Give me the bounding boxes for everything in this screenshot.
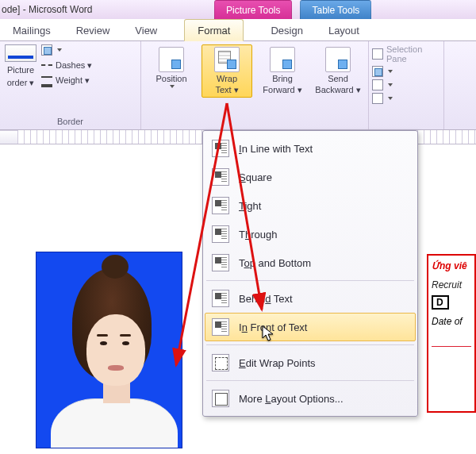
menu-item-square[interactable]: Square <box>205 163 416 191</box>
color-swatch-icon <box>41 44 52 56</box>
edit-wrap-label: Edit Wrap Points <box>239 357 316 369</box>
photo-eye-shape <box>100 341 107 345</box>
group-label-border: Border <box>0 115 140 129</box>
tab-view[interactable]: View <box>122 20 170 40</box>
chevron-down-icon <box>388 83 393 87</box>
border-color-dropdown[interactable] <box>41 44 92 56</box>
inserted-photo[interactable] <box>36 252 182 448</box>
edit-wrap-icon <box>212 354 229 371</box>
form-recruit-label: Recruit <box>432 279 471 290</box>
through-label: Through <box>239 229 277 240</box>
more-layout-icon <box>212 390 229 407</box>
tight-label: Tight <box>239 200 261 212</box>
weight-dropdown[interactable]: Weight ▾ <box>41 75 92 86</box>
weight-label: Weight ▾ <box>56 75 90 86</box>
wrap-text-label-2: Text ▾ <box>215 85 238 95</box>
menu-separator <box>206 344 414 345</box>
behind-label: Behind Text <box>239 293 293 305</box>
tab-format[interactable]: Format <box>184 19 244 41</box>
dashes-dropdown[interactable]: Dashes ▾ <box>41 60 92 71</box>
menu-item-in-front[interactable]: In Front of Text <box>205 313 416 341</box>
photo-shirt-shape <box>51 398 178 448</box>
dashes-label: Dashes ▾ <box>56 60 92 71</box>
menu-item-edit-wrap-points[interactable]: Edit Wrap Points <box>205 348 416 377</box>
group-icon <box>372 79 383 90</box>
picture-border-button[interactable]: Picture <box>7 65 34 75</box>
position-button[interactable]: Position <box>146 44 197 90</box>
chevron-down-icon <box>388 97 393 100</box>
group-spacer-2 <box>369 115 443 129</box>
photo-bun-shape <box>102 255 129 279</box>
menu-item-inline[interactable]: In Line with Text <box>205 134 416 163</box>
picture-border-swatch-icon[interactable] <box>5 44 36 62</box>
bring-forward-label-2: Forward ▾ <box>263 85 301 95</box>
menu-item-through[interactable]: Through <box>205 220 416 248</box>
contextual-tab-table-tools[interactable]: Table Tools <box>300 0 371 19</box>
rotate-button[interactable] <box>372 93 393 104</box>
square-icon <box>212 168 229 186</box>
photo-lips-shape <box>108 365 124 371</box>
position-label: Position <box>155 74 186 83</box>
group-arrange: Position Wrap Text ▾ Bring Forward ▾ Sen… <box>141 41 369 129</box>
picture-border-label-2: order ▾ <box>7 78 35 88</box>
selection-pane-button[interactable]: Selection Pane <box>372 44 422 63</box>
wrap-text-label-1: Wrap <box>217 74 237 83</box>
photo-eye-shape <box>122 341 129 345</box>
group-border: Picture order ▾ Dashes ▾ Weight ▾ Border <box>0 41 141 129</box>
menu-item-more-layout[interactable]: More Layout Options... <box>205 384 416 413</box>
photo-brow-shape <box>120 334 131 337</box>
chevron-down-icon <box>388 70 393 73</box>
menu-item-top-bottom[interactable]: Top and Bottom <box>205 248 416 277</box>
table-tools-label: Table Tools <box>312 5 359 16</box>
wrap-text-icon <box>214 47 240 72</box>
selection-pane-icon <box>372 48 383 60</box>
ribbon-tabs: Mailings Review View Format Design Layou… <box>0 19 476 41</box>
menu-item-tight[interactable]: Tight <box>205 191 416 220</box>
form-d-box: D <box>432 295 449 310</box>
picture-border-dropdown[interactable]: order ▾ <box>7 78 35 88</box>
chevron-down-icon <box>170 85 175 88</box>
wrap-text-menu: In Line with Text Square Tight Through T… <box>202 130 418 417</box>
square-label: Square <box>239 171 272 183</box>
send-backward-label-1: Send <box>328 74 348 83</box>
form-box: Ứng viê Recruit D Date of <box>427 254 476 413</box>
form-title: Ứng viê <box>432 260 471 271</box>
bring-forward-button[interactable]: Bring Forward ▾ <box>257 44 308 98</box>
align-icon <box>372 66 383 77</box>
send-backward-button[interactable]: Send Backward ▾ <box>313 44 363 98</box>
tight-icon <box>212 197 229 214</box>
cursor-icon <box>262 325 276 346</box>
group-selection: Selection Pane <box>369 41 444 129</box>
group-objects-button[interactable] <box>372 79 393 90</box>
wrap-text-button[interactable]: Wrap Text ▾ <box>202 44 252 98</box>
more-layout-label: More Layout Options... <box>239 393 344 405</box>
tab-layout[interactable]: Layout <box>316 20 372 40</box>
contextual-tab-picture-tools[interactable]: Picture Tools <box>214 0 292 19</box>
app-title: ode] - Microsoft Word <box>0 4 214 15</box>
tab-mailings[interactable]: Mailings <box>0 20 63 40</box>
top-bottom-label: Top and Bottom <box>239 257 311 269</box>
in-front-icon <box>212 318 229 336</box>
top-bottom-icon <box>212 254 229 271</box>
selection-label-1: Selection <box>386 44 422 54</box>
through-icon <box>212 225 229 243</box>
group-spacer <box>141 115 368 129</box>
align-button[interactable] <box>372 66 393 77</box>
photo-face-shape <box>86 314 145 386</box>
tab-design[interactable]: Design <box>258 20 315 40</box>
chevron-down-icon <box>57 48 62 52</box>
picture-tools-label: Picture Tools <box>226 5 280 16</box>
picture-border-label-1: Picture <box>7 65 34 75</box>
selection-label-2: Pane <box>386 54 422 63</box>
menu-item-behind[interactable]: Behind Text <box>205 284 416 313</box>
behind-icon <box>212 290 229 307</box>
title-bar: ode] - Microsoft Word Picture Tools Tabl… <box>0 0 476 19</box>
inline-label: In Line with Text <box>239 143 313 155</box>
inline-icon <box>212 140 229 157</box>
tab-review[interactable]: Review <box>63 20 123 40</box>
bring-forward-icon <box>270 47 295 72</box>
form-date-label: Date of <box>432 316 471 327</box>
position-icon <box>159 47 184 72</box>
send-backward-icon <box>325 47 351 72</box>
menu-separator <box>206 280 414 281</box>
